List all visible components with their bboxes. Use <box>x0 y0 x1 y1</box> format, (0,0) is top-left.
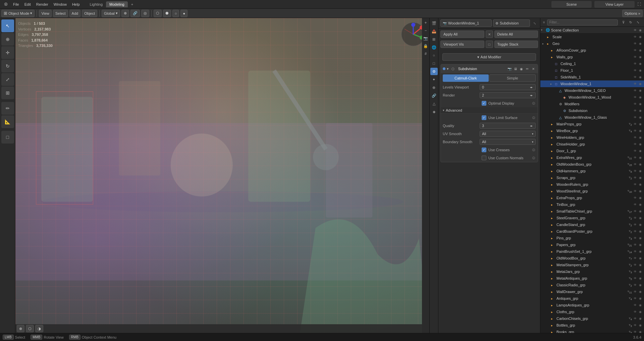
item-hide-icon[interactable]: 👁 <box>633 68 637 73</box>
outliner-item[interactable]: ▸WoodenRulers_grp👁◉ <box>540 181 644 188</box>
move-tool[interactable]: ✛ <box>1 46 14 59</box>
use-custom-normals-info[interactable]: ⓘ <box>532 156 536 160</box>
item-hide-icon[interactable]: 👁 <box>633 256 637 261</box>
workspace-add[interactable]: + <box>128 1 137 7</box>
item-hide-icon[interactable]: 👁 <box>633 236 637 240</box>
item-hide-icon[interactable]: 👁 <box>633 102 637 106</box>
transform-tool[interactable]: ⊞ <box>1 87 14 99</box>
object-menu[interactable]: Object <box>82 10 97 17</box>
file-menu[interactable]: File <box>10 2 22 7</box>
outliner-item[interactable]: ▸Bottles_grp▿3👁◉ <box>540 322 644 329</box>
item-hide-icon[interactable]: 👁 <box>633 182 637 187</box>
add-modifier-button[interactable]: ▾ Add Modifier <box>442 53 536 61</box>
outliner-item[interactable]: ▸CandleStand_grp▿2👁◉ <box>540 221 644 228</box>
outliner-item[interactable]: △WoodenWindow_1_GEO👁◉ <box>540 87 644 94</box>
catmull-clark-btn[interactable]: Catmull-Clark <box>443 74 489 82</box>
item-render-icon[interactable]: ◉ <box>638 61 643 66</box>
outliner-item[interactable]: ▸Scale👁◉ <box>540 34 644 40</box>
annotate-tool[interactable]: ✏ <box>1 102 14 115</box>
item-render-icon[interactable]: ◉ <box>638 175 643 180</box>
constraints-props-icon[interactable]: 🔗 <box>430 92 438 99</box>
view-menu[interactable]: View <box>39 10 52 17</box>
outliner-item[interactable]: ▸□WoodenWindow_1👁◉ <box>540 80 644 87</box>
modifier-realtime-icon[interactable]: ⬡ <box>451 66 455 72</box>
optimal-display-info[interactable]: ⓘ <box>532 101 536 105</box>
pivot-btn[interactable]: ⊕ <box>121 10 129 17</box>
shading-material[interactable]: ○ <box>172 10 179 17</box>
item-hide-icon[interactable]: 👁 <box>633 115 637 120</box>
outliner-item[interactable]: ▸CardBoardPoster_grp▿2👁◉ <box>540 228 644 235</box>
output-props-icon[interactable]: 📤 <box>430 27 438 35</box>
outliner-item[interactable]: ▸ClassicRadio_grp▿2👁◉ <box>540 282 644 288</box>
transform-selector[interactable]: Global ▾ <box>102 10 120 17</box>
select-tool[interactable]: ↖ <box>1 19 14 32</box>
outliner-item[interactable]: △WoodenWindow_1_Glass👁◉ <box>540 114 644 121</box>
outliner-item[interactable]: ▸OldHammers_grp▿8👁◉ <box>540 168 644 174</box>
item-render-icon[interactable]: ◉ <box>638 122 643 126</box>
use-limit-info[interactable]: ⓘ <box>532 116 536 120</box>
workspace-lighting[interactable]: Lighting <box>87 1 106 7</box>
outliner-item[interactable]: ▸Books_grp▿9👁◉ <box>540 329 644 333</box>
use-custom-normals-checkbox[interactable] <box>482 156 486 160</box>
delete-all-button[interactable]: Delete All <box>494 31 538 38</box>
item-hide-icon[interactable]: 👁 <box>633 289 637 294</box>
outliner-item[interactable]: ▸SteelGravers_grp▿2👁◉ <box>540 215 644 221</box>
modifier-name-input[interactable] <box>457 66 506 72</box>
item-render-icon[interactable]: ◉ <box>638 256 643 261</box>
outliner-item[interactable]: ▸Door_1_grp👁◉ <box>540 148 644 154</box>
viewport-shading-btn[interactable]: ◑ <box>35 325 43 332</box>
item-hide-icon[interactable]: 👁 <box>633 249 637 254</box>
outliner-item[interactable]: ▸WallDrawer_grp▿11👁◉ <box>540 288 644 295</box>
item-render-icon[interactable]: ◉ <box>638 102 643 106</box>
zoom-out-icon[interactable]: − <box>422 27 429 34</box>
item-hide-icon[interactable]: 👁 <box>633 330 637 333</box>
help-menu[interactable]: Help <box>69 2 83 7</box>
item-render-icon[interactable]: ◉ <box>638 189 643 193</box>
outliner-item[interactable]: ▸ExtraWires_grp▿11👁◉ <box>540 154 644 161</box>
measure-tool[interactable]: 📐 <box>1 115 14 128</box>
item-render-icon[interactable]: ◉ <box>638 283 643 287</box>
outliner-sync-icon[interactable]: ↻ <box>627 19 634 26</box>
item-render-icon[interactable]: ◉ <box>638 236 643 240</box>
item-render-icon[interactable]: ◉ <box>638 222 643 227</box>
zoom-in-icon[interactable]: + <box>422 19 429 26</box>
outliner-item[interactable]: ▸SmallTableChisel_grp▿17👁◉ <box>540 208 644 215</box>
item-render-icon[interactable]: ◉ <box>638 276 643 281</box>
item-hide-icon[interactable]: 👁 <box>633 195 637 200</box>
viewport-vis-icon[interactable]: □ <box>486 41 493 48</box>
simple-btn[interactable]: Simple <box>489 74 536 82</box>
use-creases-checkbox[interactable]: ✓ <box>482 148 486 152</box>
modifier-props-icon active[interactable]: ⚙ <box>430 68 438 75</box>
outliner-item[interactable]: □Floor_1👁◉ <box>540 67 644 74</box>
outliner-expand-icon[interactable]: ⤡ <box>635 19 641 26</box>
outliner-item[interactable]: ▸WireBox_grp▿4👁◉ <box>540 127 644 134</box>
outliner-item[interactable]: ▸Cloths_grp👁◉ <box>540 308 644 315</box>
outliner-item[interactable]: □Ceiling_1👁◉ <box>540 60 644 67</box>
render-props-icon[interactable]: 🎬 <box>430 19 438 27</box>
item-hide-icon[interactable]: 👁 <box>633 202 637 207</box>
modifier-close-icon[interactable]: ✕ <box>531 66 536 72</box>
item-render-icon[interactable]: ◉ <box>638 323 643 328</box>
item-render-icon[interactable]: ◉ <box>638 81 643 86</box>
levels-viewport-value[interactable]: 0 ◂▸ <box>480 84 536 90</box>
blender-logo[interactable]: ⦿ <box>1 2 10 7</box>
use-limit-surface-checkbox[interactable]: ✓ <box>482 115 486 120</box>
item-render-icon[interactable]: ◉ <box>638 269 643 274</box>
item-hide-icon[interactable]: 👁 <box>633 135 637 140</box>
view-layer-field[interactable]: View Layer <box>594 1 635 8</box>
shading-rendered[interactable]: ● <box>180 10 187 17</box>
outliner-item[interactable]: ▸LampsAntiques_grp👁◉ <box>540 302 644 308</box>
item-hide-icon[interactable]: 👁 <box>633 323 637 328</box>
item-render-icon[interactable]: ◉ <box>638 289 643 294</box>
physics-props-icon[interactable]: ⊕ <box>430 84 438 91</box>
item-hide-icon[interactable]: 👁 <box>633 128 637 133</box>
outliner-item[interactable]: ▸Papers_grp▿21👁◉ <box>540 241 644 248</box>
outliner-item[interactable]: ▸MainProps_grp▿2👁◉ <box>540 121 644 127</box>
outliner-item[interactable]: ▸Walls_grp👁◉ <box>540 54 644 60</box>
render-value[interactable]: 2 ◂▸ <box>480 92 536 98</box>
item-render-icon[interactable]: ◉ <box>638 182 643 187</box>
item-render-icon[interactable]: ◉ <box>638 263 643 267</box>
modifier-edit-icon[interactable]: ✏ <box>525 66 530 72</box>
modifier-expand-icon[interactable]: ▾ <box>447 67 449 71</box>
item-hide-icon[interactable]: 👁 <box>633 303 637 307</box>
